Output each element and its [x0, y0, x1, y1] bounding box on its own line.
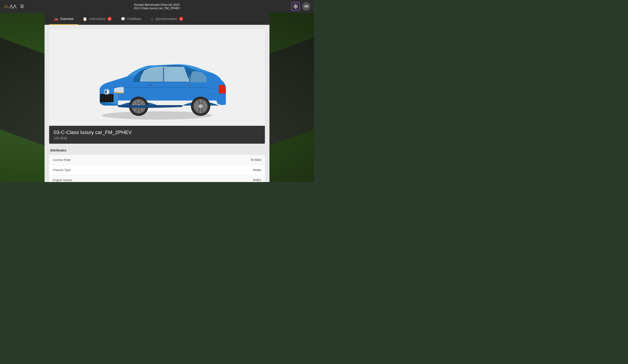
svg-point-40 — [199, 104, 202, 108]
svg-rect-41 — [148, 84, 153, 86]
tab-overview[interactable]: 🚗 Overview — [49, 13, 78, 25]
tab-questionnaires[interactable]: ☆ Questionnaires 1 — [146, 13, 187, 25]
car-info-bar: 03-C-Class luxury car_FM_2PHEV 155 6536 — [49, 126, 265, 144]
globe-button[interactable] — [292, 2, 300, 10]
tab-instructions-badge: 4 — [107, 17, 112, 21]
car-name: 03-C-Class luxury car_FM_2PHEV — [54, 130, 260, 135]
content-panel: 🚗 Overview 📋 Instructions 4 💬 Feedback ☆… — [45, 13, 269, 182]
tab-bar: 🚗 Overview 📋 Instructions 4 💬 Feedback ☆… — [45, 13, 269, 25]
tab-feedback[interactable]: 💬 Feedback — [116, 13, 146, 25]
globe-icon — [293, 4, 298, 9]
navbar-title: Europe Benchmark Drive Q4 2023 03-C-Clas… — [134, 3, 180, 10]
navbar-left: ♩∿ ⋀⋀ ☰ — [4, 3, 25, 10]
car-image-area — [49, 29, 265, 126]
navbar-right: AB — [292, 2, 310, 10]
user-avatar[interactable]: AB — [302, 2, 310, 10]
main-wrapper: 🚗 Overview 📋 Instructions 4 💬 Feedback ☆… — [0, 13, 314, 182]
attr-row-engine: Engine Variant PHEV — [49, 175, 265, 182]
attr-value-engine: PHEV — [253, 178, 261, 182]
tab-feedback-icon: 💬 — [121, 17, 125, 21]
logo-waves: ♩∿ — [4, 4, 9, 9]
car-id: 155 6536 — [54, 136, 260, 140]
tab-instructions[interactable]: 📋 Instructions 4 — [78, 13, 116, 25]
car-image — [81, 34, 233, 121]
navbar-title-line1: Europe Benchmark Drive Q4 2023 — [134, 3, 180, 6]
logo-lines: ⋀⋀ — [10, 4, 16, 9]
attr-label-chassis: Chassis Type — [53, 168, 71, 172]
attr-value-chassis: Sedan — [252, 168, 261, 172]
navbar-title-line2: 03-C-Class luxury car_FM_2PHEV — [134, 6, 180, 10]
logo[interactable]: ♩∿ ⋀⋀ — [4, 4, 16, 9]
attributes-table: License Plate IN 5943 Chassis Type Sedan… — [49, 155, 265, 182]
attr-row-license: License Plate IN 5943 — [49, 155, 265, 165]
svg-rect-5 — [100, 94, 113, 102]
tab-instructions-icon: 📋 — [83, 17, 87, 21]
attr-label-engine: Engine Variant — [53, 178, 72, 182]
tab-overview-label: Overview — [60, 17, 74, 21]
content-scroll[interactable]: 03-C-Class luxury car_FM_2PHEV 155 6536 … — [45, 25, 269, 182]
tab-instructions-label: Instructions — [89, 17, 106, 21]
navbar: ♩∿ ⋀⋀ ☰ Europe Benchmark Drive Q4 2023 0… — [0, 0, 314, 13]
attributes-section: Attributes License Plate IN 5943 Chassis… — [49, 148, 265, 182]
hamburger-button[interactable]: ☰ — [19, 3, 25, 10]
tab-questionnaires-badge: 1 — [179, 17, 183, 21]
attr-label-license: License Plate — [53, 158, 71, 162]
attr-row-chassis: Chassis Type Sedan — [49, 165, 265, 175]
attr-value-license: IN 5943 — [251, 158, 261, 162]
tab-questionnaires-icon: ☆ — [150, 17, 154, 21]
tab-feedback-label: Feedback — [127, 17, 141, 21]
attributes-title: Attributes — [49, 148, 265, 152]
tab-overview-icon: 🚗 — [54, 17, 58, 21]
tab-questionnaires-label: Questionnaires — [156, 17, 177, 21]
car-card: 03-C-Class luxury car_FM_2PHEV 155 6536 — [49, 29, 265, 144]
svg-rect-42 — [187, 84, 192, 86]
